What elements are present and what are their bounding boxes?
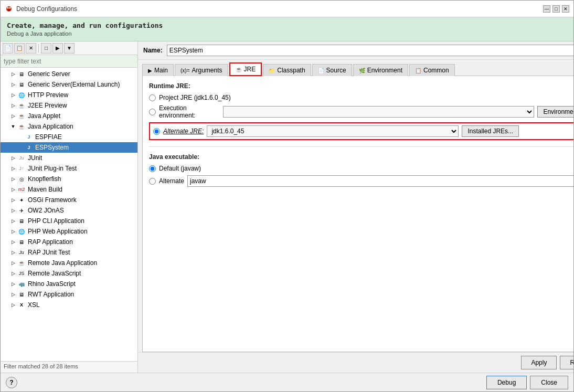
tree-item-rwt[interactable]: ▷ 🖥 RWT Application: [1, 289, 137, 300]
alternate-jre-select[interactable]: jdk1.6.0_45: [207, 125, 459, 137]
expand-btn[interactable]: ▼: [64, 43, 75, 54]
remotejava-icon: ☕: [17, 259, 26, 267]
tab-arguments[interactable]: (x)= Arguments: [175, 64, 228, 76]
tree-item-osgi[interactable]: ▷ ✦ OSGi Framework: [1, 195, 137, 205]
close-btn[interactable]: ✕: [562, 5, 569, 13]
alternate-javaw-radio[interactable]: [149, 178, 156, 185]
tree-item-http-preview[interactable]: ▷ 🌐 HTTP Preview: [1, 90, 137, 100]
close-btn[interactable]: Close: [530, 376, 568, 389]
filter-status: Filter matched 28 of 28 items: [1, 361, 137, 373]
config-tree: ▷ 🖥 Generic Server ▷ 🖥 Generic Server(Ex…: [1, 68, 137, 361]
tree-item-rhino[interactable]: ▷ 🦏 Rhino JavaScript: [1, 279, 137, 289]
debug-btn[interactable]: Debug: [486, 376, 527, 389]
alternate-javaw-input[interactable]: [187, 175, 573, 187]
revert-btn[interactable]: Revert: [560, 356, 573, 369]
xsl-icon: X: [17, 301, 26, 309]
tree-item-label: J2EE Preview: [28, 102, 67, 109]
tree-item-rap-junit[interactable]: ▷ Ju RAP JUnit Test: [1, 247, 137, 258]
tab-common[interactable]: 📋 Common: [409, 64, 455, 76]
tab-source[interactable]: 📄 Source: [312, 64, 352, 76]
environments-btn[interactable]: Environments...: [537, 106, 573, 118]
dialog-footer: ? Debug Close: [1, 373, 573, 391]
server-icon: 🖥: [17, 80, 26, 89]
delete-btn[interactable]: ✕: [26, 43, 36, 54]
execution-env-radio[interactable]: [149, 109, 156, 115]
java-icon: J: [25, 143, 33, 152]
tree-item-j2ee-preview[interactable]: ▷ ☕ J2EE Preview: [1, 100, 137, 111]
knopfler-icon: ◎: [17, 175, 26, 183]
main-tab-icon: ▶: [148, 68, 152, 73]
maximize-btn[interactable]: □: [552, 5, 560, 13]
tab-jre[interactable]: ☕ JRE: [229, 62, 262, 76]
expander: ▷: [10, 260, 16, 266]
tree-item-generic-server[interactable]: ▷ 🖥 Generic Server: [1, 69, 137, 79]
applet-icon: ☕: [17, 112, 26, 120]
duplicate-btn[interactable]: 📋: [14, 43, 25, 54]
classpath-tab-icon: 📁: [269, 68, 275, 73]
new-config-btn[interactable]: 📄: [3, 43, 13, 54]
args-tab-icon: (x)=: [180, 68, 190, 73]
expander: ▷: [10, 71, 16, 77]
footer-left: ?: [6, 377, 17, 388]
tree-item-generic-server-ext[interactable]: ▷ 🖥 Generic Server(External Launch): [1, 79, 137, 90]
filter-btn[interactable]: □: [41, 43, 51, 54]
expander: [17, 134, 24, 140]
expander: ▷: [10, 81, 16, 88]
tab-environment-label: Environment: [367, 67, 402, 74]
tree-item-jonas[interactable]: ▷ ✈ OW2 JOnAS: [1, 205, 137, 216]
tree-item-maven[interactable]: ▷ m2 Maven Build: [1, 184, 137, 195]
name-label: Name:: [143, 47, 163, 54]
minimize-btn[interactable]: —: [543, 5, 550, 13]
tab-main[interactable]: ▶ Main: [142, 64, 174, 76]
java-app-icon: ☕: [17, 122, 26, 131]
expander: ▷: [10, 197, 16, 203]
tree-item-rap-application[interactable]: ▷ 🖥 RAP Application: [1, 237, 137, 247]
tree-item-xsl[interactable]: ▷ X XSL: [1, 300, 137, 310]
toolbar-sep: [38, 44, 39, 52]
title-controls: — □ ✕: [543, 5, 569, 13]
tab-environment[interactable]: 🌿 Environment: [353, 64, 408, 76]
tab-classpath[interactable]: 📁 Classpath: [263, 64, 311, 76]
svg-point-3: [8, 9, 10, 10]
default-javaw-radio[interactable]: [149, 165, 156, 172]
help-btn[interactable]: ?: [6, 377, 17, 388]
alternate-jre-label: Alternate JRE:: [163, 128, 204, 135]
junit-plugin-icon: J↑: [17, 164, 26, 173]
title-bar-left: Debug Configurations: [5, 5, 77, 13]
tree-item-label: Generic Server: [28, 70, 70, 78]
footer-right: Debug Close: [486, 376, 568, 389]
tree-item-php-web[interactable]: ▷ 🌐 PHP Web Application: [1, 226, 137, 237]
tree-item-label: Java Applet: [28, 112, 60, 120]
tree-item-label: Rhino JavaScript: [28, 280, 76, 288]
runtime-jre-label: Runtime JRE:: [149, 82, 573, 90]
tree-item-espfiae[interactable]: J ESPFIAE: [1, 132, 137, 142]
tree-item-label: RAP Application: [28, 238, 73, 246]
collapse-btn[interactable]: ▶: [52, 43, 63, 54]
tree-item-remote-java[interactable]: ▷ ☕ Remote Java Application: [1, 258, 137, 268]
tree-item-junit-plugin[interactable]: ▷ J↑ JUnit Plug-in Test: [1, 163, 137, 174]
name-input[interactable]: [167, 45, 573, 56]
apply-btn[interactable]: Apply: [521, 356, 557, 369]
filter-input[interactable]: [1, 55, 137, 68]
expander: ▷: [10, 239, 16, 245]
tree-item-espsystem[interactable]: J ESPSystem: [1, 142, 137, 153]
rapjunit-icon: Ju: [17, 248, 26, 257]
tree-item-label: Knopflerfish: [28, 175, 61, 183]
tree-item-label: RWT Application: [28, 291, 74, 298]
alternate-jre-radio[interactable]: [153, 128, 160, 135]
tab-arguments-label: Arguments: [192, 67, 222, 74]
tree-item-java-application[interactable]: ▼ ☕ Java Application: [1, 121, 137, 132]
expander: ▷: [10, 249, 16, 256]
tree-item-remote-js[interactable]: ▷ JS Remote JavaScript: [1, 268, 137, 279]
tree-item-junit[interactable]: ▷ Ju JUnit: [1, 153, 137, 163]
execution-env-select[interactable]: [223, 106, 534, 118]
rwt-icon: 🖥: [17, 290, 26, 299]
tree-item-php-cli[interactable]: ▷ 🖥 PHP CLI Application: [1, 216, 137, 226]
jre-tab-icon: ☕: [236, 67, 242, 72]
alternate-jre-row: Alternate JRE: jdk1.6.0_45 Installed JRE…: [149, 122, 573, 140]
main-area: 📄 📋 ✕ □ ▶ ▼ ▷ 🖥 Generic Server ▷ �: [1, 41, 573, 373]
installed-jres-btn[interactable]: Installed JREs...: [462, 125, 519, 137]
tree-item-java-applet[interactable]: ▷ ☕ Java Applet: [1, 111, 137, 121]
tree-item-knopflerfish[interactable]: ▷ ◎ Knopflerfish: [1, 174, 137, 184]
project-jre-radio[interactable]: [149, 94, 156, 101]
